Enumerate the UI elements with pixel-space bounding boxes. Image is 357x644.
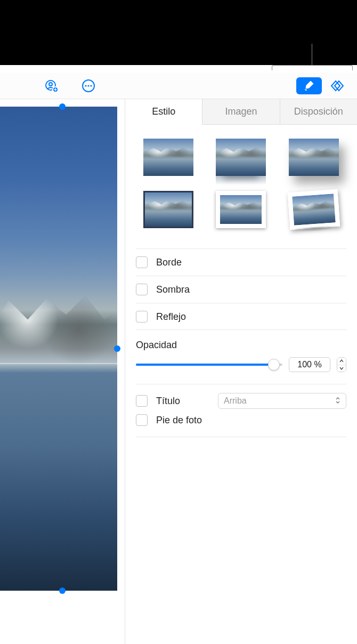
- opacity-value-field[interactable]: 100 %: [289, 357, 330, 372]
- title-position-value: Arriba: [224, 396, 247, 406]
- title-caption-section: Título Arriba Pie de foto: [136, 384, 346, 437]
- title-checkbox[interactable]: [136, 395, 148, 407]
- paintbrush-icon: [303, 79, 315, 92]
- collaborate-button[interactable]: [43, 77, 60, 94]
- dropdown-caret-icon: [335, 396, 340, 406]
- svg-point-5: [87, 85, 89, 86]
- opacity-step-up[interactable]: [337, 358, 346, 365]
- more-options-icon: [81, 78, 96, 93]
- chevron-down-icon: [339, 367, 344, 370]
- title-label: Título: [156, 396, 212, 407]
- title-position-dropdown[interactable]: Arriba: [218, 393, 346, 409]
- shadow-row: Sombra: [136, 276, 346, 303]
- reflection-label: Reflejo: [156, 311, 186, 323]
- style-preset-none[interactable]: [143, 139, 193, 176]
- caption-checkbox[interactable]: [136, 414, 148, 426]
- format-inspector-button[interactable]: [296, 77, 322, 94]
- reflection-checkbox[interactable]: [136, 311, 148, 323]
- annotation-callout: [0, 65, 357, 73]
- svg-point-4: [85, 85, 86, 86]
- window-titlebar-blackout: [0, 0, 357, 65]
- shadow-label: Sombra: [156, 284, 190, 295]
- opacity-slider[interactable]: [136, 360, 282, 369]
- opacity-section: Opacidad 100 %: [136, 329, 346, 384]
- svg-point-6: [90, 85, 92, 86]
- style-preset-tilted-frame[interactable]: [288, 189, 340, 230]
- inspector-tabs: Estilo Imagen Disposición: [125, 99, 357, 125]
- border-row: Borde: [136, 248, 346, 276]
- caption-label: Pie de foto: [156, 415, 202, 426]
- tab-arrange[interactable]: Disposición: [280, 99, 357, 125]
- style-preset-dark-border[interactable]: [143, 191, 193, 228]
- animate-inspector-button[interactable]: [325, 77, 351, 94]
- document-canvas[interactable]: [0, 99, 125, 644]
- style-preset-white-frame[interactable]: [216, 191, 266, 228]
- tab-style[interactable]: Estilo: [125, 99, 202, 125]
- selection-handle-right[interactable]: [114, 345, 120, 352]
- selection-handle-top[interactable]: [59, 103, 66, 110]
- opacity-stepper: [337, 357, 346, 372]
- format-inspector-panel: Estilo Imagen Disposición Borde Sombra: [125, 99, 357, 644]
- svg-point-1: [49, 83, 52, 86]
- opacity-label: Opacidad: [136, 340, 346, 351]
- tab-image[interactable]: Imagen: [202, 99, 280, 125]
- chevron-up-icon: [339, 359, 344, 363]
- toolbar: [0, 73, 357, 99]
- selection-handle-bottom[interactable]: [59, 587, 66, 594]
- reflection-row: Reflejo: [136, 303, 346, 330]
- style-thumbnail-grid: [136, 134, 346, 237]
- style-preset-shadow[interactable]: [289, 139, 339, 176]
- more-options-button[interactable]: [80, 77, 97, 94]
- border-label: Borde: [156, 257, 182, 268]
- diamond-icon: [330, 79, 346, 92]
- opacity-step-down[interactable]: [337, 365, 346, 372]
- border-checkbox[interactable]: [136, 256, 148, 268]
- style-preset-reflection[interactable]: [216, 139, 266, 176]
- collaborate-icon: [44, 78, 59, 93]
- shadow-checkbox[interactable]: [136, 284, 148, 295]
- selected-image[interactable]: [0, 107, 117, 591]
